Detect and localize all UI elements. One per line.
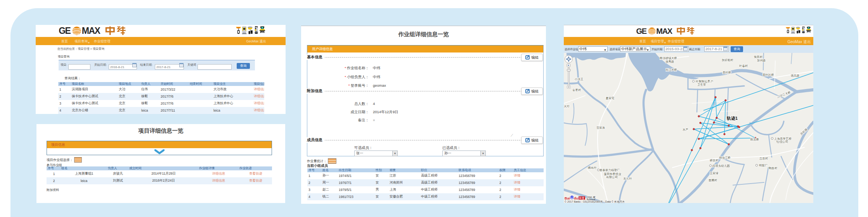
svg-text:耕农村: 耕农村 (710, 159, 719, 162)
svg-text:大圩: 大圩 (564, 105, 570, 108)
svg-text:白墙头幼儿园: 白墙头幼儿园 (712, 164, 730, 168)
svg-text:最泰新力模塑厂: 最泰新力模塑厂 (599, 168, 620, 172)
svg-text:朱田村: 朱田村 (754, 55, 763, 59)
svg-text:鸭舍村: 鸭舍村 (769, 166, 778, 170)
svg-text:练法塘: 练法塘 (750, 138, 759, 141)
svg-text:© 2017 Baidu - GS(2016)2089号 -: © 2017 Baidu - GS(2016)2089号 - Data © 长地… (565, 200, 625, 203)
svg-text:练高路: 练高路 (791, 74, 800, 77)
svg-text:苗圃村: 苗圃村 (709, 178, 717, 182)
svg-text:加好船村: 加好船村 (721, 58, 734, 62)
svg-text:du: du (574, 196, 578, 200)
svg-text:200 米: 200 米 (587, 196, 596, 199)
svg-text:加州路: 加州路 (757, 59, 766, 62)
svg-text:百度: 百度 (579, 197, 584, 200)
svg-text:叶春村: 叶春村 (739, 64, 748, 68)
svg-text:吉农村: 吉农村 (759, 157, 768, 160)
svg-text:恒强公司: 恒强公司 (776, 140, 788, 144)
svg-text:王家埭: 王家埭 (710, 172, 719, 175)
svg-text:有限公司: 有限公司 (606, 175, 618, 179)
svg-text:香叶区桥: 香叶区桥 (762, 73, 774, 77)
svg-text:东方圩: 东方圩 (623, 177, 632, 180)
svg-text:待步江桥: 待步江桥 (719, 156, 731, 159)
svg-text:夏家宅: 夏家宅 (606, 96, 615, 100)
svg-text:南张槎镇大桥: 南张槎镇大桥 (659, 56, 677, 60)
svg-text:轨迹1: 轨迹1 (726, 116, 738, 121)
svg-text:吴叶桥: 吴叶桥 (722, 71, 731, 74)
svg-text:金星村: 金星村 (572, 88, 581, 92)
svg-text:肖江大桥: 肖江大桥 (665, 68, 677, 72)
svg-text:Bai: Bai (565, 196, 570, 200)
svg-text:连秀路: 连秀路 (665, 60, 674, 63)
svg-text:小张王: 小张王 (574, 77, 584, 81)
svg-text:卫生室: 卫生室 (697, 83, 706, 86)
svg-text:货家库: 货家库 (596, 126, 605, 130)
svg-text:明胶厂: 明胶厂 (759, 164, 768, 167)
svg-text:晒布圩: 晒布圩 (588, 166, 597, 170)
svg-text:水产: 水产 (682, 128, 689, 131)
